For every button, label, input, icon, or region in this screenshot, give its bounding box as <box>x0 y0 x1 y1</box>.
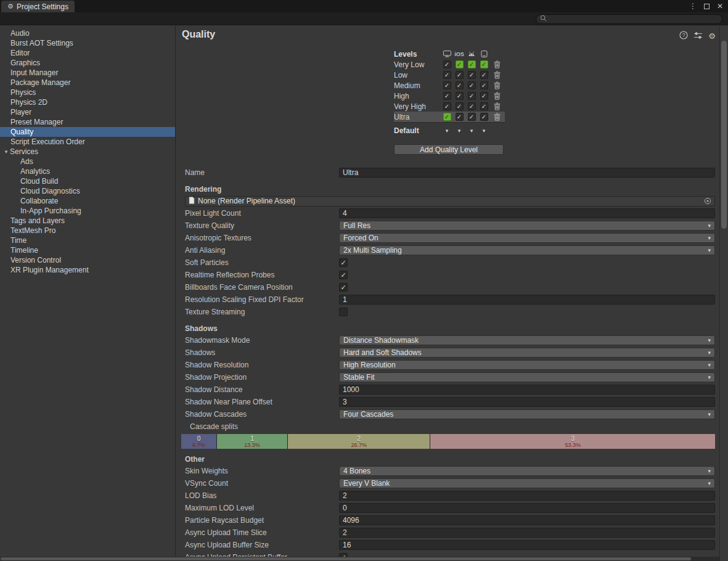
sidebar-item-ads[interactable]: Ads <box>0 157 175 166</box>
sidebar-item-quality[interactable]: Quality <box>0 127 175 137</box>
quality-checkbox-ios[interactable]: ✓ <box>456 81 464 89</box>
shadow-distance-input[interactable] <box>339 385 715 395</box>
cascade-segment-2[interactable]: 226.7% <box>288 434 430 449</box>
shadow-resolution-dropdown[interactable]: High Resolution▾ <box>339 360 715 370</box>
quality-checkbox-desktop[interactable]: ✓ <box>443 60 451 68</box>
quality-checkbox-ios[interactable]: ✓ <box>456 113 464 121</box>
sidebar-item-analytics[interactable]: Analytics <box>0 166 175 176</box>
quality-checkbox-desktop[interactable]: ✓ <box>443 102 451 110</box>
sidebar-item-timeline[interactable]: Timeline <box>0 245 175 255</box>
shadow-projection-dropdown[interactable]: Stable Fit▾ <box>339 372 715 382</box>
delete-level-icon[interactable] <box>490 92 504 100</box>
sidebar-item-physics-2d[interactable]: Physics 2D <box>0 97 175 107</box>
quality-checkbox-desktop[interactable]: ✓ <box>443 71 451 79</box>
render-pipeline-object-field[interactable]: None (Render Pipeline Asset) <box>185 196 715 207</box>
quality-level-row-very-high[interactable]: Very High✓✓✓✓ <box>394 101 505 112</box>
shadows-dropdown[interactable]: Hard and Soft Shadows▾ <box>339 348 715 358</box>
sidebar-item-physics[interactable]: Physics <box>0 88 175 97</box>
sidebar-item-input-manager[interactable]: Input Manager <box>0 68 175 78</box>
sidebar-item-textmesh-pro[interactable]: TextMesh Pro <box>0 226 175 235</box>
vsync-count-dropdown[interactable]: Every V Blank▾ <box>339 478 715 488</box>
sidebar-item-audio[interactable]: Audio <box>0 28 175 38</box>
delete-level-icon[interactable] <box>490 71 504 79</box>
texture-quality-dropdown[interactable]: Full Res▾ <box>339 221 715 231</box>
quality-checkbox-android[interactable]: ✓ <box>468 71 476 79</box>
quality-level-row-very-low[interactable]: Very Low✓✓✓✓ <box>394 59 505 70</box>
quality-checkbox-tvos[interactable]: ✓ <box>480 92 488 100</box>
close-icon[interactable]: ✕ <box>717 2 723 10</box>
quality-checkbox-android[interactable]: ✓ <box>468 92 476 100</box>
sidebar-item-tags-and-layers[interactable]: Tags and Layers <box>0 216 175 226</box>
vertical-scrollbar[interactable] <box>719 25 728 561</box>
skin-weights-dropdown[interactable]: 4 Bones▾ <box>339 466 715 476</box>
quality-checkbox-desktop[interactable]: ✓ <box>443 81 451 89</box>
sidebar-item-graphics[interactable]: Graphics <box>0 58 175 68</box>
async-upload-buffer-size-input[interactable] <box>339 540 715 550</box>
anti-aliasing-dropdown[interactable]: 2x Multi Sampling▾ <box>339 245 715 255</box>
quality-checkbox-android[interactable]: ✓ <box>468 113 476 121</box>
particle-raycast-budget-input[interactable] <box>339 515 715 525</box>
sidebar-item-cloud-diagnostics[interactable]: Cloud Diagnostics <box>0 186 175 196</box>
default-quality-checkbox-android[interactable]: ✓ <box>468 60 476 68</box>
sidebar-item-preset-manager[interactable]: Preset Manager <box>0 117 175 127</box>
sidebar-item-player[interactable]: Player <box>0 107 175 117</box>
add-quality-level-button[interactable]: Add Quality Level <box>394 144 504 155</box>
horizontal-scrollbar[interactable] <box>0 557 719 561</box>
texture-streaming-checkbox[interactable] <box>339 308 348 316</box>
sidebar-item-version-control[interactable]: Version Control <box>0 255 175 265</box>
sidebar-item-cloud-build[interactable]: Cloud Build <box>0 176 175 186</box>
quality-checkbox-tvos[interactable]: ✓ <box>480 71 488 79</box>
default-quality-dropdown-android[interactable]: ▾ <box>465 128 478 134</box>
default-quality-checkbox-desktop[interactable]: ✓ <box>443 113 451 121</box>
sidebar-item-in-app-purchasing[interactable]: In-App Purchasing <box>0 206 175 216</box>
cascade-splits-bar[interactable]: 06.7%113.3%226.7%353.3% <box>181 434 715 449</box>
sidebar-item-collaborate[interactable]: Collaborate <box>0 196 175 206</box>
shadow-cascades-dropdown[interactable]: Four Cascades▾ <box>339 409 715 419</box>
quality-checkbox-android[interactable]: ✓ <box>468 102 476 110</box>
sidebar-item-burst-aot-settings[interactable]: Burst AOT Settings <box>0 38 175 48</box>
preset-icon[interactable] <box>693 31 703 41</box>
delete-level-icon[interactable] <box>490 60 504 68</box>
delete-level-icon[interactable] <box>490 102 504 110</box>
pixel-light-count-input[interactable] <box>339 208 715 218</box>
quality-checkbox-tvos[interactable]: ✓ <box>480 113 488 121</box>
async-upload-time-slice-input[interactable] <box>339 528 715 538</box>
shadow-near-plane-offset-input[interactable] <box>339 397 715 407</box>
project-settings-tab[interactable]: ⚙ Project Settings <box>1 1 75 12</box>
maximum-lod-level-input[interactable] <box>339 503 715 513</box>
delete-level-icon[interactable] <box>490 81 504 89</box>
foldout-triangle-icon[interactable]: ▼ <box>2 147 10 157</box>
quality-checkbox-tvos[interactable]: ✓ <box>480 81 488 89</box>
name-input[interactable] <box>339 168 715 178</box>
quality-checkbox-desktop[interactable]: ✓ <box>443 92 451 100</box>
delete-level-icon[interactable] <box>490 113 504 121</box>
quality-checkbox-ios[interactable]: ✓ <box>456 92 464 100</box>
cascade-segment-1[interactable]: 113.3% <box>217 434 288 449</box>
quality-level-row-ultra[interactable]: Ultra✓✓✓✓ <box>394 112 505 122</box>
default-quality-dropdown-desktop[interactable]: ▾ <box>441 128 453 134</box>
search-input[interactable] <box>536 14 722 24</box>
default-quality-checkbox-ios[interactable]: ✓ <box>456 60 464 68</box>
quality-checkbox-ios[interactable]: ✓ <box>456 71 464 79</box>
sidebar-item-xr-plugin-management[interactable]: XR Plugin Management <box>0 265 175 275</box>
default-quality-dropdown-tvos[interactable]: ▾ <box>478 128 490 134</box>
shadowmask-mode-dropdown[interactable]: Distance Shadowmask▾ <box>339 335 715 345</box>
soft-particles-checkbox[interactable]: ✓ <box>339 258 348 267</box>
quality-checkbox-tvos[interactable]: ✓ <box>480 102 488 110</box>
sidebar-item-services[interactable]: ▼Services <box>0 147 175 157</box>
quality-level-row-low[interactable]: Low✓✓✓✓ <box>394 70 505 80</box>
default-quality-checkbox-tvos[interactable]: ✓ <box>480 60 488 68</box>
window-menu-icon[interactable]: ⋮ <box>689 2 697 10</box>
quality-checkbox-ios[interactable]: ✓ <box>456 102 464 110</box>
lod-bias-input[interactable] <box>339 491 715 501</box>
sidebar-item-editor[interactable]: Editor <box>0 48 175 58</box>
cascade-segment-0[interactable]: 06.7% <box>181 434 217 449</box>
quality-level-row-high[interactable]: High✓✓✓✓ <box>394 91 505 101</box>
quality-level-row-medium[interactable]: Medium✓✓✓✓ <box>394 80 505 91</box>
anisotropic-textures-dropdown[interactable]: Forced On▾ <box>339 233 715 243</box>
default-quality-dropdown-ios[interactable]: ▾ <box>453 128 465 134</box>
sidebar-item-time[interactable]: Time <box>0 235 175 245</box>
sidebar-item-package-manager[interactable]: Package Manager <box>0 78 175 88</box>
resolution-scaling-fixed-dpi-factor-input[interactable] <box>339 295 715 305</box>
billboards-face-camera-position-checkbox[interactable]: ✓ <box>339 283 348 292</box>
